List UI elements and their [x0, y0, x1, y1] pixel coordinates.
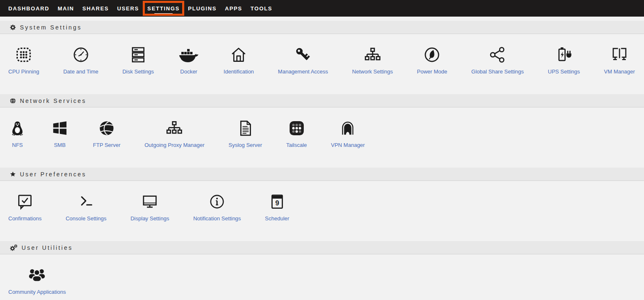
gears-icon [10, 244, 18, 251]
settings-item-label: Power Mode [417, 68, 447, 75]
tailscale-icon [288, 118, 306, 138]
globe-solid-icon [98, 118, 116, 138]
terminal-icon [77, 192, 95, 212]
main-nav: DASHBOARDMAINSHARESUSERSSETTINGSPLUGINSA… [0, 0, 644, 17]
settings-item-vm-manager[interactable]: VM Manager [604, 45, 635, 75]
svg-text:9: 9 [275, 199, 279, 207]
settings-item-management-access[interactable]: Management Access [278, 45, 328, 75]
settings-item-label: CPU Pinning [8, 68, 39, 75]
settings-item-label: Confirmations [8, 215, 41, 222]
section-network-services: Network ServicesNFSSMBFTP ServerOutgoing… [0, 94, 644, 168]
section-user-utilities: User UtilitiesCommunity Applications [0, 241, 644, 300]
check-bubble-icon [16, 192, 34, 212]
settings-item-label: UPS Settings [548, 68, 580, 75]
settings-item-notification-settings[interactable]: Notification Settings [193, 192, 241, 222]
settings-item-label: Outgoing Proxy Manager [144, 142, 205, 148]
section-title: User Preferences [20, 171, 86, 178]
sitemap-icon [363, 45, 382, 65]
settings-item-outgoing-proxy-manager[interactable]: Outgoing Proxy Manager [144, 118, 205, 148]
settings-item-label: Management Access [278, 68, 328, 75]
settings-item-disk-settings[interactable]: Disk Settings [122, 45, 154, 75]
settings-item-label: VPN Manager [331, 142, 365, 148]
home-icon [229, 45, 248, 65]
settings-item-label: NFS [12, 142, 23, 148]
section-items-row: Community Applications [0, 254, 644, 300]
settings-item-display-settings[interactable]: Display Settings [130, 192, 169, 222]
section-items-row: ConfirmationsConsole SettingsDisplay Set… [0, 181, 644, 241]
section-title: User Utilities [22, 244, 73, 251]
settings-item-docker[interactable]: Docker [178, 45, 200, 75]
section-system-settings: System SettingsCPU PinningDate and TimeD… [0, 21, 644, 94]
clock-icon [72, 45, 90, 65]
nav-item-tools[interactable]: TOOLS [246, 0, 277, 17]
sitemap-icon [165, 118, 183, 138]
settings-item-nfs[interactable]: NFS [8, 118, 27, 148]
settings-item-syslog-server[interactable]: Syslog Server [229, 118, 262, 148]
section-header-system-settings: System Settings [0, 21, 644, 34]
settings-item-identification[interactable]: Identification [224, 45, 254, 75]
settings-item-ftp-server[interactable]: FTP Server [93, 118, 120, 148]
settings-item-label: Global Share Settings [471, 68, 524, 75]
windows-icon [51, 118, 69, 138]
nav-item-shares[interactable]: SHARES [78, 0, 113, 17]
settings-item-label: Display Settings [130, 215, 169, 222]
settings-item-confirmations[interactable]: Confirmations [8, 192, 41, 222]
calendar-icon: 9 [268, 192, 286, 212]
vpn-arch-icon [339, 118, 357, 138]
settings-item-vpn-manager[interactable]: VPN Manager [331, 118, 365, 148]
linux-tux-icon [8, 118, 27, 138]
settings-item-label: SMB [54, 142, 66, 148]
section-header-user-preferences: User Preferences [0, 168, 644, 181]
nav-item-label: APPS [225, 5, 242, 12]
settings-item-scheduler[interactable]: 9Scheduler [265, 192, 290, 222]
disk-stack-icon [129, 45, 147, 65]
nav-item-label: TOOLS [251, 5, 273, 12]
settings-item-date-and-time[interactable]: Date and Time [63, 45, 98, 75]
active-tab-underline [154, 13, 173, 15]
nav-item-plugins[interactable]: PLUGINS [184, 0, 221, 17]
settings-item-smb[interactable]: SMB [51, 118, 69, 148]
section-title: System Settings [20, 24, 82, 31]
globe-icon [10, 98, 16, 104]
section-items-row: NFSSMBFTP ServerOutgoing Proxy ManagerSy… [0, 107, 644, 168]
settings-item-community-applications[interactable]: Community Applications [8, 265, 66, 295]
star-icon [10, 171, 16, 178]
share-nodes-icon [488, 45, 507, 65]
nav-item-settings[interactable]: SETTINGS [143, 0, 184, 17]
info-circle-icon [208, 192, 226, 212]
settings-item-ups-settings[interactable]: UPS Settings [548, 45, 580, 75]
settings-item-label: Notification Settings [193, 215, 241, 222]
nav-item-label: MAIN [58, 5, 74, 12]
settings-item-label: Tailscale [286, 142, 307, 148]
section-user-preferences: User PreferencesConfirmationsConsole Set… [0, 168, 644, 241]
nav-item-label: PLUGINS [188, 5, 217, 12]
document-lines-icon [236, 118, 254, 138]
settings-item-console-settings[interactable]: Console Settings [66, 192, 106, 222]
nav-item-dashboard[interactable]: DASHBOARD [4, 0, 54, 17]
settings-item-tailscale[interactable]: Tailscale [286, 118, 307, 148]
settings-item-label: Disk Settings [122, 68, 154, 75]
nav-item-apps[interactable]: APPS [221, 0, 246, 17]
nav-item-label: SETTINGS [147, 5, 180, 12]
nav-item-label: USERS [117, 5, 139, 12]
section-header-user-utilities: User Utilities [0, 241, 644, 254]
settings-item-global-share-settings[interactable]: Global Share Settings [471, 45, 524, 75]
settings-page: System SettingsCPU PinningDate and TimeD… [0, 21, 644, 300]
section-header-network-services: Network Services [0, 94, 644, 107]
nav-item-label: SHARES [83, 5, 109, 12]
nav-item-main[interactable]: MAIN [54, 0, 78, 17]
battery-plug-icon [554, 45, 573, 65]
nav-item-users[interactable]: USERS [113, 0, 143, 17]
section-title: Network Services [20, 98, 86, 104]
settings-item-label: Identification [224, 68, 254, 75]
settings-item-label: Network Settings [352, 68, 393, 75]
settings-item-label: Community Applications [8, 289, 66, 295]
docker-whale-icon [178, 45, 200, 65]
settings-item-label: Docker [180, 68, 197, 75]
settings-item-power-mode[interactable]: Power Mode [417, 45, 447, 75]
settings-item-network-settings[interactable]: Network Settings [352, 45, 393, 75]
settings-item-label: Console Settings [66, 215, 106, 222]
settings-item-label: Syslog Server [229, 142, 262, 148]
settings-item-cpu-pinning[interactable]: CPU Pinning [8, 45, 39, 75]
settings-item-label: Scheduler [265, 215, 290, 222]
